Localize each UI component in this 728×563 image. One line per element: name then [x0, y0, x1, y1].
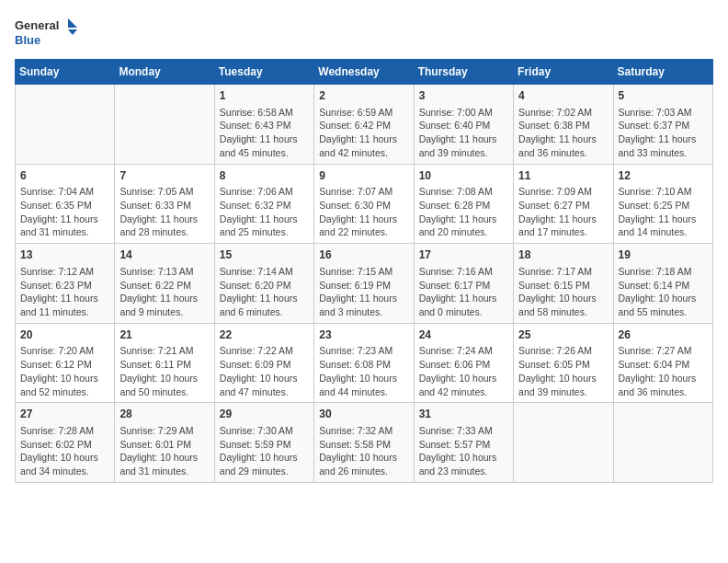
day-number: 20: [20, 327, 109, 343]
day-info: Sunset: 6:42 PM: [319, 119, 408, 132]
day-info: Sunrise: 7:28 AM: [20, 424, 109, 438]
calendar-table: SundayMondayTuesdayWednesdayThursdayFrid…: [15, 59, 713, 483]
day-info: Daylight: 11 hours and 25 minutes.: [220, 213, 309, 239]
day-number: 29: [220, 407, 309, 422]
svg-text:Blue: Blue: [15, 33, 40, 47]
day-info: Sunrise: 7:26 AM: [518, 344, 608, 358]
day-info: Daylight: 11 hours and 3 minutes.: [319, 292, 408, 318]
day-number: 25: [518, 327, 608, 343]
day-info: Sunset: 6:22 PM: [119, 279, 209, 293]
day-info: Daylight: 10 hours and 55 minutes.: [619, 292, 708, 318]
svg-text:General: General: [15, 18, 59, 32]
day-info: Sunset: 6:37 PM: [619, 119, 708, 132]
calendar-cell: 14Sunrise: 7:13 AMSunset: 6:22 PMDayligh…: [115, 244, 214, 324]
day-info: Sunrise: 7:02 AM: [518, 106, 608, 120]
day-info: Sunset: 6:17 PM: [419, 279, 508, 293]
calendar-cell: 3Sunrise: 7:00 AMSunset: 6:40 PMDaylight…: [414, 85, 513, 165]
day-info: Sunrise: 7:29 AM: [119, 424, 209, 438]
day-info: Sunset: 6:35 PM: [20, 199, 109, 213]
day-number: 23: [319, 327, 408, 343]
calendar-cell: 4Sunrise: 7:02 AMSunset: 6:38 PMDaylight…: [514, 85, 613, 165]
day-info: Sunrise: 7:08 AM: [419, 185, 508, 199]
day-info: Daylight: 10 hours and 36 minutes.: [619, 372, 708, 398]
calendar-cell: 18Sunrise: 7:17 AMSunset: 6:15 PMDayligh…: [514, 244, 613, 324]
day-info: Sunrise: 7:14 AM: [220, 265, 309, 279]
calendar-cell: 1Sunrise: 6:58 AMSunset: 6:43 PMDaylight…: [214, 85, 313, 165]
day-info: Sunset: 5:59 PM: [220, 438, 309, 452]
day-info: Daylight: 11 hours and 39 minutes.: [419, 132, 508, 159]
day-info: Sunset: 6:20 PM: [220, 279, 309, 293]
calendar-cell: 17Sunrise: 7:16 AMSunset: 6:17 PMDayligh…: [414, 244, 513, 324]
calendar-cell: [16, 85, 115, 165]
day-info: Sunset: 6:19 PM: [319, 279, 408, 293]
calendar-cell: 15Sunrise: 7:14 AMSunset: 6:20 PMDayligh…: [214, 244, 313, 324]
calendar-cell: 8Sunrise: 7:06 AMSunset: 6:32 PMDaylight…: [214, 164, 313, 244]
day-info: Sunset: 6:14 PM: [619, 279, 708, 293]
weekday-header-wednesday: Wednesday: [314, 60, 414, 85]
day-info: Sunrise: 7:27 AM: [619, 344, 708, 358]
day-info: Daylight: 11 hours and 42 minutes.: [319, 132, 408, 159]
day-number: 8: [220, 168, 309, 184]
calendar-cell: 30Sunrise: 7:32 AMSunset: 5:58 PMDayligh…: [314, 403, 414, 483]
calendar-cell: 22Sunrise: 7:22 AMSunset: 6:09 PMDayligh…: [214, 323, 313, 403]
page-header: General Blue: [15, 15, 713, 52]
day-number: 11: [518, 168, 608, 184]
calendar-cell: 27Sunrise: 7:28 AMSunset: 6:02 PMDayligh…: [16, 403, 115, 483]
day-info: Sunrise: 7:09 AM: [518, 185, 608, 199]
day-info: Sunset: 6:11 PM: [119, 358, 209, 372]
week-row-5: 27Sunrise: 7:28 AMSunset: 6:02 PMDayligh…: [16, 403, 713, 483]
svg-marker-3: [68, 29, 77, 35]
day-info: Sunset: 6:08 PM: [319, 358, 408, 372]
day-info: Sunset: 6:25 PM: [619, 199, 708, 213]
day-info: Daylight: 11 hours and 33 minutes.: [619, 132, 708, 159]
calendar-cell: 9Sunrise: 7:07 AMSunset: 6:30 PMDaylight…: [314, 164, 414, 244]
day-info: Sunrise: 7:12 AM: [20, 265, 109, 279]
day-info: Daylight: 11 hours and 28 minutes.: [119, 213, 209, 239]
calendar-cell: 19Sunrise: 7:18 AMSunset: 6:14 PMDayligh…: [613, 244, 712, 324]
day-info: Sunset: 6:15 PM: [518, 279, 608, 293]
day-info: Daylight: 11 hours and 20 minutes.: [419, 213, 508, 239]
day-info: Daylight: 11 hours and 31 minutes.: [20, 213, 109, 239]
day-info: Sunset: 6:27 PM: [518, 199, 608, 213]
day-number: 30: [319, 407, 408, 422]
day-info: Daylight: 10 hours and 34 minutes.: [20, 451, 109, 477]
day-info: Sunset: 6:33 PM: [119, 199, 209, 213]
calendar-cell: 31Sunrise: 7:33 AMSunset: 5:57 PMDayligh…: [414, 403, 513, 483]
day-info: Sunset: 6:09 PM: [220, 358, 309, 372]
day-number: 14: [119, 247, 209, 263]
day-info: Sunset: 6:23 PM: [20, 279, 109, 293]
day-number: 3: [419, 88, 508, 104]
calendar-cell: 10Sunrise: 7:08 AMSunset: 6:28 PMDayligh…: [414, 164, 513, 244]
day-info: Daylight: 10 hours and 39 minutes.: [518, 372, 608, 398]
day-info: Sunrise: 7:21 AM: [119, 344, 209, 358]
weekday-header-friday: Friday: [514, 60, 613, 85]
day-info: Daylight: 10 hours and 47 minutes.: [220, 372, 309, 398]
day-info: Sunrise: 7:04 AM: [20, 185, 109, 199]
day-info: Sunset: 6:30 PM: [319, 199, 408, 213]
calendar-cell: 16Sunrise: 7:15 AMSunset: 6:19 PMDayligh…: [314, 244, 414, 324]
day-info: Sunrise: 7:16 AM: [419, 265, 508, 279]
calendar-cell: 23Sunrise: 7:23 AMSunset: 6:08 PMDayligh…: [314, 323, 414, 403]
week-row-4: 20Sunrise: 7:20 AMSunset: 6:12 PMDayligh…: [16, 323, 713, 403]
day-info: Sunset: 6:28 PM: [419, 199, 508, 213]
day-info: Sunset: 5:58 PM: [319, 438, 408, 452]
day-info: Daylight: 11 hours and 6 minutes.: [220, 292, 309, 318]
day-number: 18: [518, 247, 608, 263]
day-info: Daylight: 10 hours and 42 minutes.: [419, 372, 508, 398]
calendar-cell: [115, 85, 214, 165]
weekday-header-tuesday: Tuesday: [214, 60, 313, 85]
day-info: Daylight: 11 hours and 14 minutes.: [619, 213, 708, 239]
day-number: 5: [619, 88, 708, 104]
day-number: 17: [419, 247, 508, 263]
day-info: Sunrise: 6:59 AM: [319, 106, 408, 120]
day-number: 21: [119, 327, 209, 343]
day-info: Sunrise: 7:03 AM: [619, 106, 708, 120]
day-info: Daylight: 10 hours and 31 minutes.: [119, 451, 209, 477]
logo: General Blue: [15, 15, 79, 52]
calendar-cell: 5Sunrise: 7:03 AMSunset: 6:37 PMDaylight…: [613, 85, 712, 165]
calendar-cell: 28Sunrise: 7:29 AMSunset: 6:01 PMDayligh…: [115, 403, 214, 483]
logo-svg: General Blue: [15, 15, 79, 52]
day-info: Sunrise: 7:05 AM: [119, 185, 209, 199]
day-info: Sunrise: 7:32 AM: [319, 424, 408, 438]
day-number: 9: [319, 168, 408, 184]
